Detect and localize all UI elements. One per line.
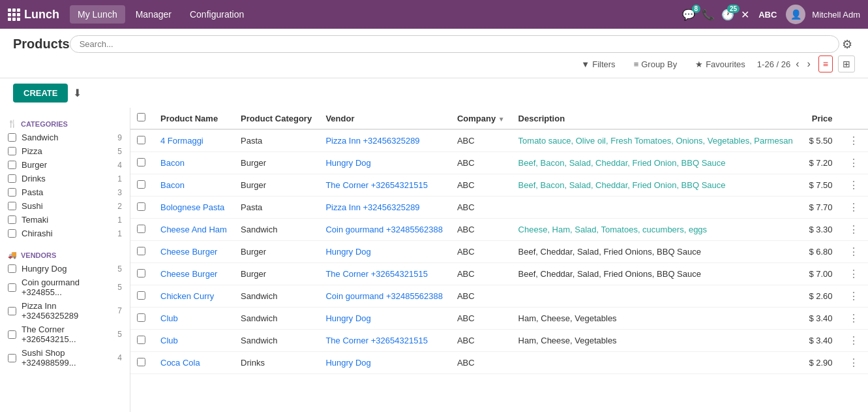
more-button[interactable]: ⋮ <box>846 157 861 169</box>
row-checkbox[interactable] <box>137 136 145 144</box>
row-more[interactable]: ⋮ <box>839 152 868 174</box>
pagination-settings-icon[interactable]: ⚙ <box>839 36 855 53</box>
sidebar-item-vendor[interactable]: The Corner +326543215... 5 <box>0 323 130 346</box>
list-view-button[interactable]: ≡ <box>818 55 833 72</box>
row-checkbox[interactable] <box>137 291 145 300</box>
category-checkbox[interactable] <box>8 147 16 155</box>
row-checkbox[interactable] <box>137 225 145 233</box>
sidebar-item-vendor[interactable]: Sushi Shop +324988599... 4 <box>0 346 130 370</box>
sidebar-item-category[interactable]: Sushi 2 <box>0 199 130 213</box>
row-more[interactable]: ⋮ <box>839 285 868 308</box>
col-company[interactable]: Company ▼ <box>451 108 512 129</box>
messages-icon-wrap[interactable]: 💬 8 <box>682 8 695 21</box>
row-product-name[interactable]: Coca Cola <box>154 352 234 374</box>
download-button[interactable]: ⬇ <box>73 87 82 99</box>
more-button[interactable]: ⋮ <box>846 312 861 325</box>
select-all-checkbox[interactable] <box>137 113 145 121</box>
row-checkbox[interactable] <box>137 202 145 211</box>
category-checkbox[interactable] <box>8 174 16 183</box>
row-product-name[interactable]: Cheese Burger <box>154 263 234 285</box>
row-more[interactable]: ⋮ <box>839 174 868 197</box>
row-product-name[interactable]: Bacon <box>154 152 234 174</box>
favourites-button[interactable]: ★ Favourites <box>689 56 752 72</box>
row-product-name[interactable]: Bolognese Pasta <box>154 197 234 219</box>
row-more[interactable]: ⋮ <box>839 197 868 219</box>
more-button[interactable]: ⋮ <box>846 290 861 302</box>
row-product-name[interactable]: Bacon <box>154 174 234 197</box>
row-vendor[interactable]: The Corner +32654321515 <box>319 174 451 197</box>
row-more[interactable]: ⋮ <box>839 129 868 152</box>
row-more[interactable]: ⋮ <box>839 352 868 374</box>
row-more[interactable]: ⋮ <box>839 308 868 330</box>
row-vendor[interactable]: Coin gourmand +32485562388 <box>319 219 451 241</box>
row-checkbox[interactable] <box>137 269 145 277</box>
row-vendor[interactable]: The Corner +32654321515 <box>319 263 451 285</box>
vendor-checkbox[interactable] <box>8 354 16 362</box>
category-checkbox[interactable] <box>8 215 16 224</box>
sidebar-item-category[interactable]: Drinks 1 <box>0 172 130 185</box>
next-page-button[interactable]: › <box>805 57 813 71</box>
nav-manager[interactable]: Manager <box>128 5 179 24</box>
row-checkbox[interactable] <box>137 247 145 255</box>
vendor-checkbox[interactable] <box>8 264 16 273</box>
sidebar-item-category[interactable]: Chirashi 1 <box>0 227 130 240</box>
row-product-name[interactable]: Cheese And Ham <box>154 219 234 241</box>
row-product-name[interactable]: Club <box>154 330 234 352</box>
category-checkbox[interactable] <box>8 161 16 169</box>
row-vendor[interactable]: Hungry Dog <box>319 308 451 330</box>
row-checkbox[interactable] <box>137 180 145 189</box>
sidebar-item-category[interactable]: Temaki 1 <box>0 213 130 227</box>
row-more[interactable]: ⋮ <box>839 219 868 241</box>
row-vendor[interactable]: Pizza Inn +32456325289 <box>319 129 451 152</box>
category-checkbox[interactable] <box>8 188 16 197</box>
sidebar-item-category[interactable]: Sandwich 9 <box>0 131 130 144</box>
more-button[interactable]: ⋮ <box>846 357 861 369</box>
sidebar-item-vendor[interactable]: Pizza Inn +32456325289 7 <box>0 299 130 323</box>
row-product-name[interactable]: Club <box>154 308 234 330</box>
row-product-name[interactable]: 4 Formaggi <box>154 129 234 152</box>
more-button[interactable]: ⋮ <box>846 246 861 258</box>
sidebar-item-vendor[interactable]: Hungry Dog 5 <box>0 262 130 276</box>
row-checkbox[interactable] <box>137 358 145 366</box>
row-product-name[interactable]: Chicken Curry <box>154 285 234 308</box>
more-button[interactable]: ⋮ <box>846 179 861 191</box>
search-input[interactable] <box>70 35 839 53</box>
more-button[interactable]: ⋮ <box>846 201 861 214</box>
category-checkbox[interactable] <box>8 229 16 238</box>
prev-page-button[interactable]: ‹ <box>793 57 801 71</box>
row-vendor[interactable]: Hungry Dog <box>319 241 451 263</box>
vendor-checkbox[interactable] <box>8 283 16 292</box>
row-more[interactable]: ⋮ <box>839 241 868 263</box>
vendor-checkbox[interactable] <box>8 330 16 339</box>
row-product-name[interactable]: Cheese Burger <box>154 241 234 263</box>
row-checkbox[interactable] <box>137 158 145 166</box>
sidebar-item-category[interactable]: Burger 4 <box>0 158 130 172</box>
sidebar-item-category[interactable]: Pizza 5 <box>0 144 130 158</box>
row-checkbox[interactable] <box>137 336 145 344</box>
phone-icon-wrap[interactable]: 📞 <box>702 8 715 21</box>
close-icon-wrap[interactable]: ✕ <box>741 8 749 21</box>
activity-icon-wrap[interactable]: 🕐 25 <box>721 8 734 21</box>
row-checkbox[interactable] <box>137 313 145 322</box>
avatar[interactable]: 👤 <box>786 5 805 24</box>
category-checkbox[interactable] <box>8 202 16 210</box>
row-vendor[interactable]: Pizza Inn +32456325289 <box>319 197 451 219</box>
category-checkbox[interactable] <box>8 133 16 142</box>
row-vendor[interactable]: Hungry Dog <box>319 152 451 174</box>
more-button[interactable]: ⋮ <box>846 268 861 280</box>
groupby-button[interactable]: ≡ Group By <box>627 56 684 72</box>
more-button[interactable]: ⋮ <box>846 135 861 147</box>
vendor-checkbox[interactable] <box>8 307 16 315</box>
nav-my-lunch[interactable]: My Lunch <box>70 5 125 24</box>
app-logo[interactable]: Lunch <box>8 8 59 22</box>
more-button[interactable]: ⋮ <box>846 223 861 236</box>
row-more[interactable]: ⋮ <box>839 263 868 285</box>
filters-button[interactable]: ▼ Filters <box>575 56 621 72</box>
row-more[interactable]: ⋮ <box>839 330 868 352</box>
create-button[interactable]: CREATE <box>13 84 68 103</box>
row-vendor[interactable]: Coin gourmand +32485562388 <box>319 285 451 308</box>
nav-configuration[interactable]: Configuration <box>182 5 252 24</box>
grid-view-button[interactable]: ⊞ <box>838 55 855 72</box>
sidebar-item-vendor[interactable]: Coin gourmand +324855... 5 <box>0 276 130 299</box>
row-vendor[interactable]: Hungry Dog <box>319 352 451 374</box>
